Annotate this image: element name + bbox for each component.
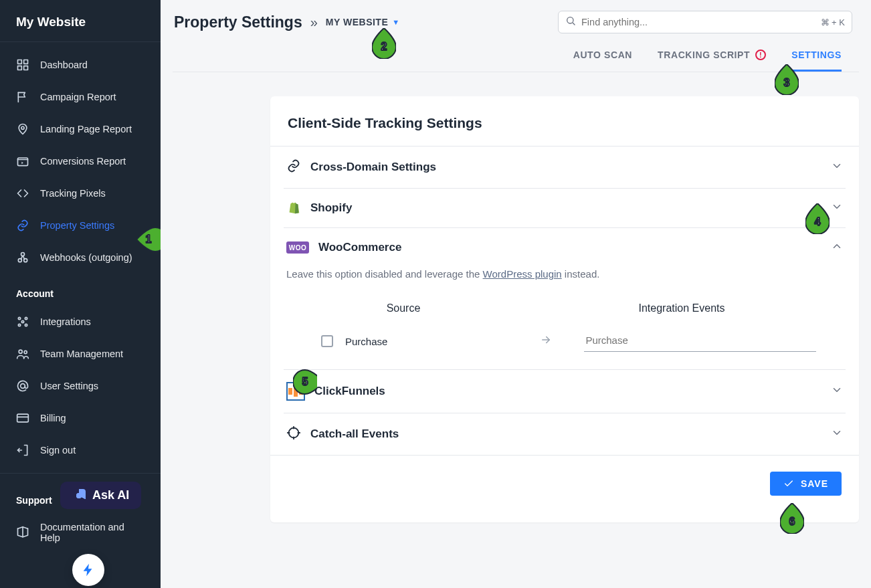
chevron-down-icon: [831, 201, 843, 215]
accordion-header-shopify[interactable]: Shopify: [284, 189, 846, 227]
sidebar-item-integrations[interactable]: Integrations: [0, 306, 161, 338]
map-pin-icon: [16, 122, 29, 136]
sidebar-item-label: Webhooks (outgoing): [40, 252, 132, 263]
accordion-title: Shopify: [310, 201, 352, 215]
sidebar-item-label: Sign out: [40, 445, 76, 456]
flag-icon: [16, 90, 29, 104]
integrations-icon: [16, 315, 29, 328]
conversion-icon: [16, 155, 29, 168]
sidebar-item-documentation[interactable]: Documentation and Help: [0, 512, 161, 553]
floating-action-button[interactable]: [72, 554, 104, 586]
topbar: Property Settings » MY WEBSITE ▼ ⌘ + K: [161, 0, 871, 37]
woocommerce-icon: WOO: [286, 241, 309, 254]
breadcrumb: Property Settings » MY WEBSITE ▼: [174, 13, 400, 31]
sidebar-item-label: Campaign Report: [40, 92, 116, 102]
link-icon: [286, 159, 301, 176]
wordpress-plugin-link[interactable]: WordPress plugin: [483, 268, 562, 280]
sidebar-item-label: Conversions Report: [40, 156, 126, 167]
accordion-header-clickfunnels[interactable]: ClickFunnels: [284, 370, 846, 413]
svg-point-8: [21, 253, 25, 256]
svg-rect-3: [24, 66, 28, 70]
tab-settings[interactable]: SETTINGS: [791, 50, 842, 72]
docs-icon: [16, 526, 29, 539]
search-icon: [565, 15, 576, 29]
accordion-woocommerce: WOO WooCommerce Leave this option disabl…: [284, 228, 846, 370]
purchase-checkbox[interactable]: [321, 335, 333, 347]
sidebar-item-label: Tracking Pixels: [40, 188, 106, 199]
integration-event-field[interactable]: [584, 330, 816, 352]
accordion-header-cross-domain[interactable]: Cross-Domain Settings: [284, 146, 846, 188]
hint-post: instead.: [562, 268, 600, 280]
sidebar-item-landing-page-report[interactable]: Landing Page Report: [0, 113, 161, 145]
header-divider: [173, 72, 859, 72]
breadcrumb-separator: »: [310, 15, 318, 30]
accordion-title: Catch-all Events: [310, 427, 399, 441]
ask-ai-label: Ask AI: [92, 488, 129, 502]
tab-auto-scan[interactable]: AUTO SCAN: [573, 50, 632, 72]
property-selector[interactable]: MY WEBSITE ▼: [326, 17, 400, 27]
sidebar-item-conversions-report[interactable]: Conversions Report: [0, 145, 161, 177]
sidebar-item-label: User Settings: [40, 381, 98, 391]
svg-point-4: [21, 126, 24, 129]
integration-event-input[interactable]: [584, 330, 816, 352]
sidebar-section-account: Account: [0, 274, 161, 306]
sidebar-item-label: Team Management: [40, 349, 123, 359]
save-button[interactable]: SAVE: [770, 472, 842, 496]
svg-rect-17: [17, 414, 29, 422]
ask-ai-button[interactable]: Ask AI: [60, 482, 141, 509]
svg-point-15: [24, 351, 27, 353]
svg-point-11: [18, 324, 20, 326]
col-source: Source: [286, 302, 520, 314]
sidebar-item-campaign-report[interactable]: Campaign Report: [0, 81, 161, 113]
target-icon: [286, 425, 301, 443]
sidebar-item-dashboard[interactable]: Dashboard: [0, 49, 161, 81]
lightning-icon: [81, 563, 96, 577]
svg-rect-0: [18, 60, 22, 64]
sidebar-item-property-settings[interactable]: Property Settings: [0, 209, 161, 241]
chevron-down-icon: [831, 160, 843, 175]
shopify-icon: [286, 201, 301, 215]
sidebar-item-tracking-pixels[interactable]: Tracking Pixels: [0, 177, 161, 209]
woocommerce-hint: Leave this option disabled and leverage …: [286, 268, 843, 302]
accordion-clickfunnels: ClickFunnels: [284, 370, 846, 413]
sidebar-item-label: Property Settings: [40, 220, 114, 231]
tabs: AUTO SCAN TRACKING SCRIPT ! SETTINGS: [161, 37, 871, 72]
at-icon: [16, 379, 29, 393]
accordion-title: ClickFunnels: [314, 385, 385, 398]
sidebar-item-label: Dashboard: [40, 60, 88, 70]
sidebar-separator: [0, 473, 161, 474]
accordion-header-catch-all[interactable]: Catch-all Events: [284, 413, 846, 455]
search-input-wrapper[interactable]: ⌘ + K: [558, 11, 852, 33]
accordion-list: Cross-Domain Settings Shopify WOO WooCom…: [270, 146, 859, 455]
card-title: Client-Side Tracking Settings: [270, 96, 859, 146]
accordion-body-woocommerce: Leave this option disabled and leverage …: [284, 267, 846, 369]
sidebar-item-webhooks[interactable]: Webhooks (outgoing): [0, 241, 161, 274]
search-shortcut: ⌘ + K: [821, 17, 846, 27]
hint-pre: Leave this option disabled and leverage …: [286, 268, 483, 280]
card-icon: [16, 411, 29, 425]
accordion-header-woocommerce[interactable]: WOO WooCommerce: [284, 228, 846, 267]
brand-title: My Website: [0, 0, 161, 41]
accordion-catch-all: Catch-all Events: [284, 413, 846, 455]
search-input[interactable]: [581, 17, 821, 27]
sidebar-item-label: Integrations: [40, 316, 91, 327]
svg-point-18: [567, 17, 573, 23]
sidebar-item-team-management[interactable]: Team Management: [0, 338, 161, 370]
sidebar-separator: [0, 41, 161, 42]
settings-card: Client-Side Tracking Settings Cross-Doma…: [270, 96, 859, 522]
sidebar-item-sign-out[interactable]: Sign out: [0, 434, 161, 466]
clickfunnels-icon: [286, 382, 305, 401]
tab-tracking-script[interactable]: TRACKING SCRIPT !: [658, 50, 766, 72]
link-icon: [16, 219, 29, 232]
accordion-title: Cross-Domain Settings: [310, 161, 436, 174]
chevron-up-icon: [831, 240, 843, 255]
svg-point-16: [21, 384, 25, 389]
sidebar-item-user-settings[interactable]: User Settings: [0, 370, 161, 402]
svg-point-14: [19, 350, 22, 353]
sidebar-item-billing[interactable]: Billing: [0, 402, 161, 434]
team-icon: [16, 347, 29, 361]
chevron-down-icon: [831, 384, 843, 399]
sidebar-item-label: Billing: [40, 413, 66, 423]
main-area: Property Settings » MY WEBSITE ▼ ⌘ + K A…: [161, 0, 871, 588]
sidebar-item-label: Landing Page Report: [40, 124, 132, 134]
